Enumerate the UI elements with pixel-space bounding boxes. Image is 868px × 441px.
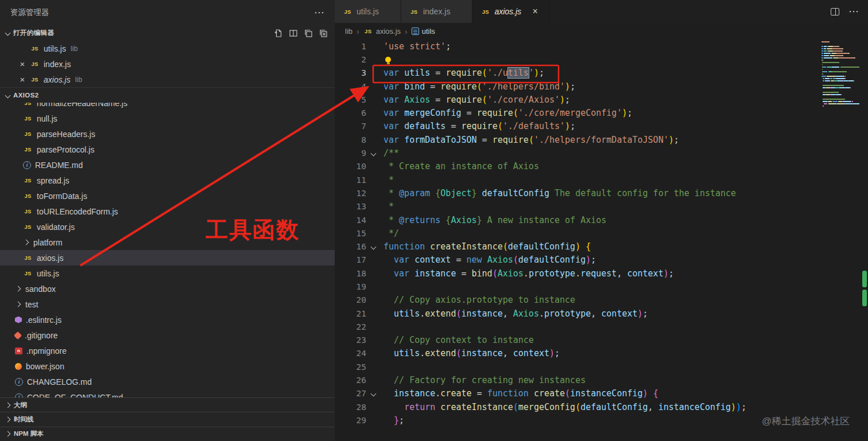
file-label: toURLEncodedForm.js <box>37 207 118 216</box>
code-line-26[interactable]: 26 // Factory for creating new instances <box>335 373 868 387</box>
code-line-5[interactable]: 5var Axios = require('./core/Axios'); <box>335 93 868 106</box>
open-editors-section-header[interactable]: 打开的编辑器 <box>0 25 335 41</box>
code-line-6[interactable]: 6var mergeConfig = require('./core/merge… <box>335 106 868 119</box>
line-content: 'use strict'; <box>383 41 451 52</box>
file-label: parseHeaders.js <box>37 130 95 139</box>
line-content: var mergeConfig = require('./core/mergeC… <box>383 108 633 118</box>
tab-index.js[interactable]: JSindex.js <box>401 0 472 23</box>
file-label: CHANGELOG.md <box>27 377 92 387</box>
breadcrumb-item-utils[interactable]: utils <box>412 27 435 36</box>
tree-item-.eslintrc.js[interactable]: .eslintrc.js <box>0 312 335 327</box>
fold-chevron-icon[interactable] <box>366 392 380 396</box>
line-content: * <box>383 201 394 212</box>
line-content: * Create an instance of Axios <box>383 161 539 171</box>
tree-folder-test[interactable]: test <box>0 296 335 312</box>
code-line-11[interactable]: 11 * <box>335 173 868 186</box>
line-number: 8 <box>335 135 366 145</box>
js-file-icon: JS <box>30 44 40 53</box>
code-editor[interactable]: 1'use strict';23var utils = require('./u… <box>335 40 868 441</box>
code-line-18[interactable]: 18 var instance = bind(Axios.prototype.r… <box>335 267 868 280</box>
code-line-22[interactable]: 22 <box>335 320 868 333</box>
line-content: utils.extend(instance, Axios.prototype, … <box>383 309 648 319</box>
tree-folder-sandbox[interactable]: sandbox <box>0 281 335 296</box>
file-label: README.md <box>35 161 83 170</box>
lightbulb-icon[interactable] <box>385 57 391 63</box>
close-icon[interactable] <box>17 59 28 69</box>
line-content: */ <box>383 228 399 239</box>
breadcrumb-item-lib[interactable]: lib <box>345 27 352 36</box>
code-line-2[interactable]: 2 <box>335 53 868 66</box>
open-editor-item-utils.js[interactable]: JSutils.jslib <box>0 41 335 56</box>
open-editor-item-axios.js[interactable]: JSaxios.jslib <box>0 72 335 87</box>
tree-item-spread.js[interactable]: JSspread.js <box>0 173 335 188</box>
tree-item-CHANGELOG.md[interactable]: iCHANGELOG.md <box>0 374 335 389</box>
js-file-icon: JS <box>23 176 33 185</box>
line-number: 26 <box>335 376 366 385</box>
code-line-1[interactable]: 1'use strict'; <box>335 40 868 53</box>
ruler-mark <box>862 290 867 306</box>
sidebar-panel-npm-scripts[interactable]: NPM 脚本 <box>0 427 335 441</box>
code-line-7[interactable]: 7var defaults = require('./defaults'); <box>335 120 868 133</box>
tab-axios.js[interactable]: JSaxios.js <box>472 0 549 23</box>
more-actions-icon[interactable] <box>848 6 859 17</box>
tree-item-utils.js[interactable]: JSutils.js <box>0 266 335 281</box>
minimap[interactable] <box>820 40 861 109</box>
line-content: var Axios = require('./core/Axios'); <box>383 95 570 105</box>
overview-ruler <box>862 271 867 309</box>
code-line-24[interactable]: 24 utils.extend(instance, context); <box>335 347 868 360</box>
code-line-17[interactable]: 17 var context = new Axios(defaultConfig… <box>335 253 868 267</box>
split-editor-icon[interactable] <box>289 29 298 38</box>
open-editor-item-index.js[interactable]: JSindex.js <box>0 56 335 72</box>
project-section-header[interactable]: AXIOS2 <box>0 87 335 103</box>
close-all-editors-icon[interactable] <box>319 29 328 38</box>
tab-utils.js[interactable]: JSutils.js <box>335 0 401 23</box>
code-line-15[interactable]: 15 */ <box>335 227 868 240</box>
code-line-23[interactable]: 23 // Copy context to instance <box>335 334 868 347</box>
code-line-8[interactable]: 8var formDataToJSON = require('./helpers… <box>335 133 868 146</box>
split-editor-icon[interactable] <box>831 8 839 15</box>
code-line-19[interactable]: 19 <box>335 280 868 293</box>
code-line-9[interactable]: 9/** <box>335 146 868 159</box>
tree-item-parseProtocol.js[interactable]: JSparseProtocol.js <box>0 142 335 157</box>
tree-item-null.js[interactable]: JSnull.js <box>0 111 335 126</box>
fold-chevron-icon[interactable] <box>366 245 380 249</box>
code-line-14[interactable]: 14 * @returns {Axios} A new instance of … <box>335 213 868 227</box>
code-line-16[interactable]: 16function createInstance(defaultConfig)… <box>335 240 868 253</box>
code-line-21[interactable]: 21 utils.extend(instance, Axios.prototyp… <box>335 307 868 320</box>
tree-item-toFormData.js[interactable]: JStoFormData.js <box>0 188 335 204</box>
save-all-icon[interactable] <box>304 29 313 38</box>
tree-item-bower.json[interactable]: bower.json <box>0 358 335 374</box>
close-icon[interactable] <box>17 75 28 84</box>
code-line-25[interactable]: 25 <box>335 360 868 373</box>
annotation-label: 工具函数 <box>206 214 300 245</box>
close-icon[interactable] <box>529 6 541 17</box>
new-file-icon[interactable] <box>274 29 283 38</box>
line-content: * @param {Object} defaultConfig The defa… <box>383 188 736 198</box>
code-line-10[interactable]: 10 * Create an instance of Axios <box>335 160 868 173</box>
code-line-20[interactable]: 20 // Copy axios.prototype to instance <box>335 294 868 307</box>
tree-item-README.md[interactable]: iREADME.md <box>0 157 335 173</box>
breadcrumb-item-axios.js[interactable]: JSaxios.js <box>363 27 401 36</box>
more-actions-icon[interactable] <box>314 7 324 18</box>
tree-item-parseHeaders.js[interactable]: JSparseHeaders.js <box>0 126 335 142</box>
line-content: var utils = require('./utils'); <box>383 68 544 78</box>
code-line-4[interactable]: 4var bind = require('./helpers/bind'); <box>335 80 868 93</box>
line-number: 27 <box>335 389 366 398</box>
code-line-13[interactable]: 13 * <box>335 200 868 213</box>
tab-label: utils.js <box>356 7 379 16</box>
js-file-icon: JS <box>30 75 40 84</box>
tree-item-axios.js[interactable]: JSaxios.js <box>0 250 335 266</box>
code-line-27[interactable]: 27 instance.create = function create(ins… <box>335 387 868 400</box>
code-line-28[interactable]: 28 return createInstance(mergeConfig(def… <box>335 400 868 413</box>
tree-item-.gitignore[interactable]: .gitignore <box>0 327 335 343</box>
sidebar-panel-outline[interactable]: 大纲 <box>0 398 335 412</box>
fold-chevron-icon[interactable] <box>366 151 380 155</box>
tree-item-.npmignore[interactable]: n.npmignore <box>0 343 335 358</box>
watermark: @稀土掘金技术社区 <box>762 415 850 428</box>
code-line-12[interactable]: 12 * @param {Object} defaultConfig The d… <box>335 186 868 200</box>
tree-item-normalizeHeaderName.js[interactable]: JSnormalizeHeaderName.js <box>0 103 335 111</box>
sidebar-panel-timeline[interactable]: 时间线 <box>0 412 335 426</box>
line-number: 20 <box>335 295 366 305</box>
tree-item-CODE_OF_CONDUCT.md[interactable]: iCODE_OF_CONDUCT.md <box>0 389 335 397</box>
code-line-3[interactable]: 3var utils = require('./utils'); <box>335 67 868 80</box>
